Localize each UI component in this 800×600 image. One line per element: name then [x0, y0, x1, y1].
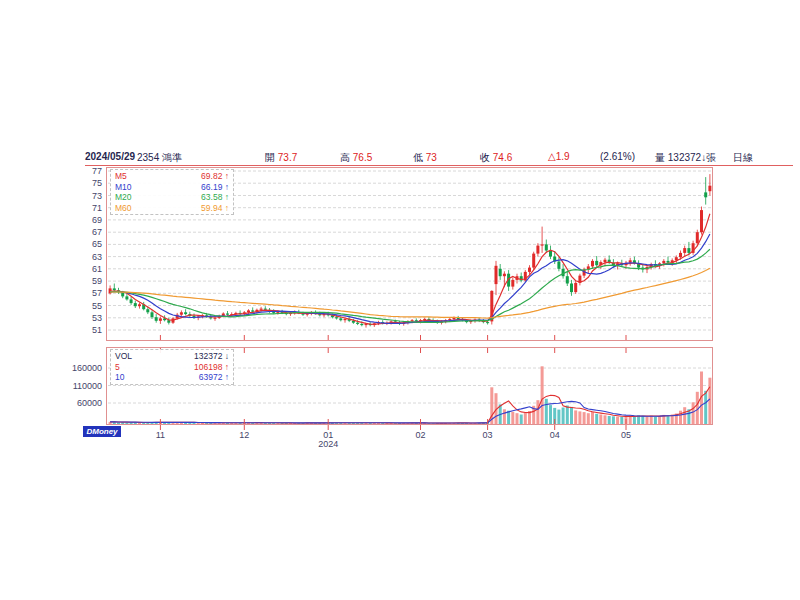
low-label: 低	[413, 152, 423, 163]
up-arrow-icon: ↑	[225, 171, 229, 181]
up-arrow-icon: ↑	[225, 182, 229, 192]
ma-legend: M5 69.82 ↑ M10 66.19 ↑ M20 63.58 ↑ M60 5…	[110, 169, 234, 215]
price-axis-label: 59	[76, 276, 102, 286]
vol-legend-label: 10	[115, 372, 124, 383]
vol-legend-row-vol: VOL 132372 ↓	[115, 351, 229, 362]
open-value: 73.7	[278, 152, 297, 163]
ma-legend-label: M20	[115, 192, 132, 203]
month-ticks	[160, 335, 626, 340]
volume-value: 132372	[668, 152, 701, 163]
volume-axis-label: 60000	[62, 398, 102, 408]
volume-axis-label: 160000	[62, 363, 102, 373]
vol-legend-value: 132372	[194, 351, 222, 361]
price-axis-label: 67	[76, 227, 102, 237]
price-axis-label: 63	[76, 252, 102, 262]
month-axis-label: 05	[616, 430, 636, 440]
ma-legend-row-m5: M5 69.82 ↑	[115, 171, 229, 182]
price-axis-label: 69	[76, 215, 102, 225]
high-field: 高 76.5	[340, 151, 372, 165]
ma-legend-label: M10	[115, 182, 132, 193]
vol-legend-label: 5	[115, 362, 120, 373]
low-field: 低 73	[413, 151, 437, 165]
vol-legend-row-10: 10 63972 ↑	[115, 372, 229, 383]
quote-date: 2024/05/29	[85, 151, 135, 162]
ma-legend-value: 69.82	[201, 171, 222, 181]
ma-legend-value: 63.58	[201, 192, 222, 202]
header-underline	[85, 165, 793, 166]
low-value: 73	[426, 152, 437, 163]
price-axis-label: 75	[76, 178, 102, 188]
ma-legend-label: M5	[115, 171, 127, 182]
price-axis-label: 71	[76, 203, 102, 213]
price-axis-label: 51	[76, 325, 102, 335]
volume-field: 量 132372↓張	[655, 151, 716, 165]
price-axis-label: 73	[76, 191, 102, 201]
up-arrow-icon: ↑	[225, 372, 229, 382]
vol-legend-value: 63972	[199, 372, 223, 382]
price-axis-label: 57	[76, 288, 102, 298]
ma-legend-label: M60	[115, 203, 132, 214]
close-label: 收	[480, 152, 490, 163]
vol-legend-value: 106198	[194, 362, 222, 372]
ma-legend-row-m60: M60 59.94 ↑	[115, 203, 229, 214]
price-axis-label: 77	[76, 166, 102, 176]
vol-legend-row-5: 5 106198 ↑	[115, 362, 229, 373]
change-value: △1.9	[548, 151, 570, 162]
chart-app-window: 2024/05/29 2354 鴻準 開 73.7 高 76.5 低 73 收 …	[0, 0, 800, 600]
price-axis-label: 65	[76, 239, 102, 249]
up-arrow-icon: ↑	[225, 362, 229, 372]
stock-id-name: 2354 鴻準	[137, 151, 182, 165]
down-arrow-icon: ↓	[225, 351, 229, 361]
month-axis-label: 03	[478, 430, 498, 440]
close-field: 收 74.6	[480, 151, 512, 165]
ma-legend-row-m10: M10 66.19 ↑	[115, 182, 229, 193]
volume-label: 量	[655, 152, 665, 163]
month-axis-label: 11	[150, 430, 170, 440]
open-field: 開 73.7	[265, 151, 297, 165]
month-axis-label: 04	[545, 430, 565, 440]
period-selector[interactable]: 日線	[733, 151, 753, 165]
price-axis-label: 55	[76, 301, 102, 311]
volume-legend: VOL 132372 ↓ 5 106198 ↑ 10 63972 ↑	[110, 349, 234, 385]
ma-legend-value: 66.19	[201, 182, 222, 192]
up-arrow-icon: ↑	[225, 203, 229, 213]
up-arrow-icon: ↑	[225, 192, 229, 202]
volume-ma-lines-layer	[110, 387, 710, 423]
year-axis-label: 2024	[314, 439, 342, 449]
price-axis-label: 53	[76, 313, 102, 323]
close-value: 74.6	[493, 152, 512, 163]
price-axis-label: 61	[76, 264, 102, 274]
volume-axis-label: 110000	[62, 381, 102, 391]
month-axis-label: 12	[234, 430, 254, 440]
month-axis-label: 02	[411, 430, 431, 440]
volume-unit: 張	[706, 152, 716, 163]
high-value: 76.5	[353, 152, 372, 163]
change-percent: (2.61%)	[600, 151, 635, 162]
ma-legend-value: 59.94	[201, 203, 222, 213]
high-label: 高	[340, 152, 350, 163]
vol-legend-label: VOL	[115, 351, 132, 362]
open-label: 開	[265, 152, 275, 163]
dmoney-logo: DMoney	[83, 426, 121, 437]
ma-legend-row-m20: M20 63.58 ↑	[115, 192, 229, 203]
